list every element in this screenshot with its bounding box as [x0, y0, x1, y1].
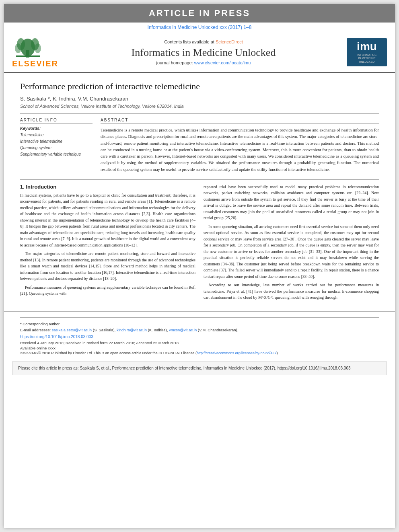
article-info: ARTICLE INFO Keywords: Telemedicine Inte…	[20, 118, 93, 173]
para-1: In medical systems, patients have to go …	[20, 192, 195, 249]
abstract-title: ABSTRACT	[101, 118, 379, 124]
contents-line: Contents lists available at ScienceDirec…	[68, 39, 339, 44]
journal-center: Contents lists available at ScienceDirec…	[60, 39, 347, 65]
keyword-queueing: Queueing system	[20, 145, 93, 151]
science-direct-link[interactable]: ScienceDirect	[216, 39, 243, 44]
corresponding-author: * Corresponding author. E-mail addresses…	[20, 321, 379, 333]
email-indhira[interactable]: kindhira@vit.ac.in	[117, 328, 147, 332]
license-line: 2352-9148/© 2018 Published by Elsevier L…	[20, 351, 379, 355]
page-wrapper: ARTICLE IN PRESS Informatics in Medicine…	[4, 4, 395, 528]
citation-box: Please cite this article in press as: Sa…	[12, 362, 387, 375]
journal-homepage: journal homepage: www.elsevier.com/locat…	[68, 60, 339, 65]
para-2: The major categories of telemedicine are…	[20, 251, 195, 282]
footnote-area: * Corresponding author. E-mail addresses…	[4, 311, 395, 357]
article-title: Performance prediction of interactive te…	[20, 81, 379, 92]
article-info-title: ARTICLE INFO	[20, 118, 93, 124]
available-line: Available online xxxx	[20, 346, 379, 350]
imu-logo: imu INFORMATICSIN MEDICINEUNLOCKED	[347, 38, 387, 66]
body-col-right: repeated trial have been successfully us…	[204, 184, 379, 303]
body-col-left: 1. Introduction In medical systems, pati…	[20, 184, 195, 303]
divider-2	[20, 179, 379, 180]
email-label: E-mail addresses:	[20, 328, 51, 332]
intro-heading: 1. Introduction	[20, 184, 195, 190]
journal-title: Informatics in Medicine Unlocked	[68, 47, 339, 59]
article-info-abstract-section: ARTICLE INFO Keywords: Telemedicine Inte…	[20, 118, 379, 173]
license-link[interactable]: http://creativecommons.org/licenses/by-n…	[197, 351, 277, 355]
abstract-section: ABSTRACT Telemedicine is a remote medica…	[101, 118, 379, 173]
body-text-right: repeated trial have been successfully us…	[204, 184, 379, 301]
svg-rect-6	[16, 55, 40, 57]
footnote-divider	[20, 317, 379, 318]
journal-subtitle: Informatics in Medicine Unlocked xxx (20…	[4, 23, 395, 32]
body-columns: 1. Introduction In medical systems, pati…	[20, 184, 379, 303]
keyword-supplementary: Supplementary variable technique	[20, 151, 93, 158]
article-content: Performance prediction of interactive te…	[4, 73, 395, 307]
received-line: Received 4 January 2018; Received in rev…	[20, 341, 379, 345]
elsevier-logo: ELSEVIER	[12, 36, 60, 68]
doi-link[interactable]: https://doi.org/10.1016/j.imu.2018.03.00…	[20, 335, 379, 339]
para-5: In some queueing situation, all arriving…	[204, 224, 379, 280]
elsevier-tree-icon	[12, 36, 44, 58]
elsevier-label: ELSEVIER	[12, 59, 58, 68]
journal-header: ELSEVIER Contents lists available at Sci…	[4, 32, 395, 73]
email-vmcsn[interactable]: vmcsn@vit.ac.in	[169, 328, 197, 332]
svg-point-4	[15, 43, 21, 53]
abstract-text: Telemedicine is a remote medical practic…	[101, 127, 379, 173]
article-in-press-text: ARTICLE IN PRESS	[149, 8, 250, 18]
authors: S. Sasikala *, K. Indhira, V.M. Chandras…	[20, 96, 379, 102]
affiliation: School of Advanced Sciences, Vellore Ins…	[20, 104, 379, 109]
divider-1	[20, 113, 379, 114]
svg-point-5	[35, 43, 41, 53]
email-sasikala[interactable]: sasikala.settu@vit.ac.in	[52, 328, 92, 332]
keyword-telemedicine: Telemedicine	[20, 132, 93, 138]
para-3: Performance measures of queueing systems…	[20, 284, 195, 297]
article-in-press-banner: ARTICLE IN PRESS	[4, 4, 395, 23]
keywords-title: Keywords:	[20, 126, 93, 131]
para-6: According to our knowledge, less number …	[204, 282, 379, 301]
imu-logo-subtext: INFORMATICSIN MEDICINEUNLOCKED	[357, 53, 376, 64]
keyword-interactive: Interactive telemedicine	[20, 138, 93, 145]
body-text-left: In medical systems, patients have to go …	[20, 192, 195, 297]
imu-logo-text: imu	[357, 41, 377, 52]
journal-homepage-link[interactable]: www.elsevier.com/locate/imu	[194, 60, 251, 65]
para-4: repeated trial have been successfully us…	[204, 184, 379, 221]
